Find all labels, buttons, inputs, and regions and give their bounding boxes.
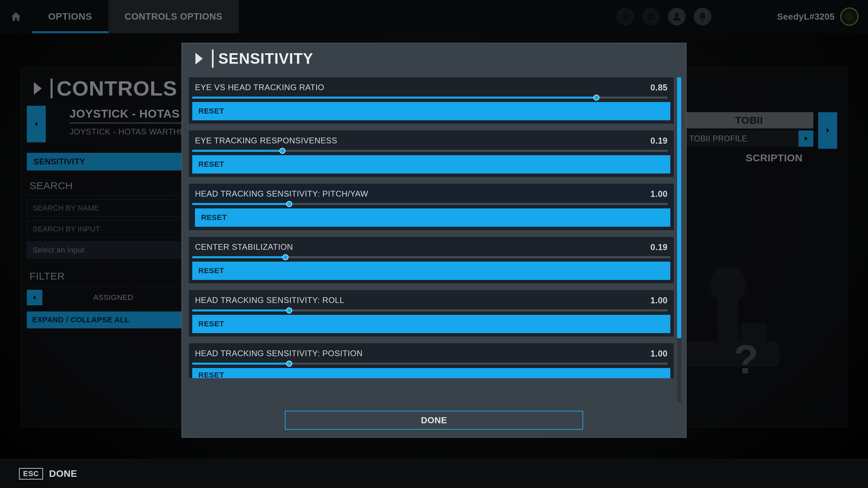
slider-track[interactable] [192,309,668,311]
slider-value: 1.00 [650,189,668,199]
slider-value: 1.00 [650,349,668,359]
slider-knob[interactable] [286,307,292,313]
slider-item: EYE VS HEAD TRACKING RATIO0.85RESET [189,77,674,124]
esc-key-hint: ESC [19,468,43,480]
slider-label: HEAD TRACKING SENSITIVITY: PITCH/YAW [195,189,368,199]
slider-item: CENTER STABILIZATION0.19RESET [189,237,674,283]
reset-button[interactable]: RESET [192,102,670,120]
slider-label: HEAD TRACKING SENSITIVITY: ROLL [195,296,344,305]
reset-button[interactable]: RESET [192,262,670,280]
slider-track[interactable] [192,97,668,99]
sensitivity-modal: SENSITIVITY EYE VS HEAD TRACKING RATIO0.… [181,43,687,438]
bottom-done-label: DONE [49,468,77,479]
slider-knob[interactable] [593,95,599,101]
slider-track[interactable] [192,203,668,205]
bottom-bar: ESC DONE [0,459,868,488]
slider-value: 0.19 [650,242,668,252]
slider-knob[interactable] [282,254,289,260]
slider-track[interactable] [192,150,668,152]
chevron-right-icon [190,50,207,67]
slider-knob[interactable] [286,361,292,367]
reset-button[interactable]: RESET [192,368,670,378]
slider-label: HEAD TRACKING SENSITIVITY: POSITION [195,349,362,359]
slider-label: EYE TRACKING RESPONSIVENESS [195,136,337,146]
slider-knob[interactable] [286,201,292,207]
slider-knob[interactable] [279,148,285,154]
slider-label: CENTER STABILIZATION [195,242,293,252]
slider-item: EYE TRACKING RESPONSIVENESS0.19RESET [189,130,674,177]
slider-value: 0.85 [650,83,668,93]
reset-button[interactable]: RESET [195,208,670,227]
reset-button[interactable]: RESET [192,155,670,174]
reset-button[interactable]: RESET [192,315,670,333]
slider-value: 0.19 [650,136,668,146]
slider-item: HEAD TRACKING SENSITIVITY: PITCH/YAW1.00… [189,184,674,230]
slider-label: EYE VS HEAD TRACKING RATIO [195,83,324,93]
scrollbar[interactable] [677,77,681,403]
modal-title: SENSITIVITY [218,50,313,67]
slider-list: EYE VS HEAD TRACKING RATIO0.85RESETEYE T… [189,77,674,403]
slider-track[interactable] [192,256,670,258]
slider-item: HEAD TRACKING SENSITIVITY: ROLL1.00RESET [189,290,674,337]
slider-item: HEAD TRACKING SENSITIVITY: POSITION1.00R… [189,343,674,378]
slider-value: 1.00 [650,296,668,305]
modal-header: SENSITIVITY [182,43,686,74]
slider-track[interactable] [192,363,668,365]
scrollbar-thumb[interactable] [677,77,681,338]
modal-done-button[interactable]: DONE [285,411,583,430]
